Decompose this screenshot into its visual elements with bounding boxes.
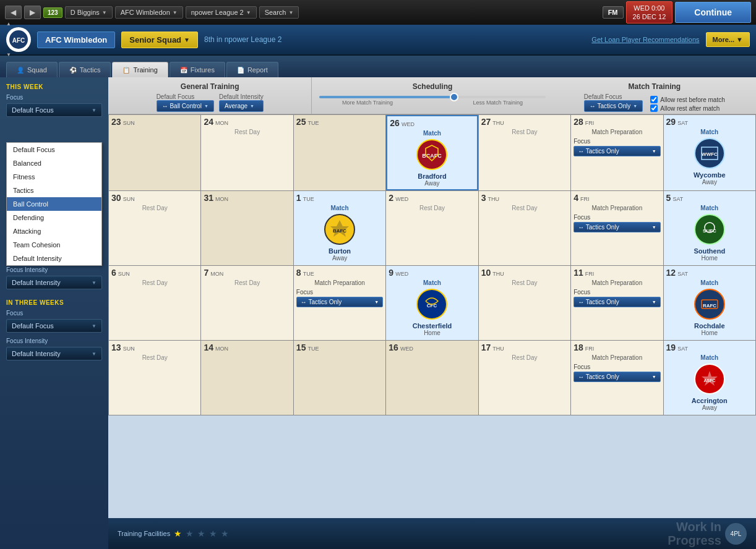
rest-day-label: Rest Day (481, 279, 568, 286)
calendar-day-1[interactable]: 1 TUE Match BAFC BurtonAway (294, 191, 385, 265)
intensity-dropdown-three-weeks[interactable]: Default Intensity ▼ (6, 347, 102, 360)
day-number: 31 (204, 193, 213, 203)
day-of-week: SUN (123, 196, 135, 202)
calendar-day-9[interactable]: 9 WED Match CFC ChesterfieldHome (386, 266, 478, 340)
calendar-day-29[interactable]: 29 SAT Match WWFC WycombeAway (664, 115, 755, 190)
fm-button[interactable]: FM (603, 6, 624, 19)
rest-after-checkbox[interactable] (650, 104, 658, 112)
focus-dropdown-cell[interactable]: ↔ Tactics Only ▼ (573, 146, 660, 156)
match-label: Match (390, 130, 474, 137)
manager-dropdown[interactable]: D Biggins▼ (65, 6, 113, 19)
calendar-day-17[interactable]: 17 THU Rest Day (479, 341, 570, 415)
tab-training[interactable]: 📋 Training (112, 62, 168, 77)
club-name-button[interactable]: AFC Wimbledon (37, 32, 115, 48)
star-2: ★ (186, 529, 194, 538)
calendar-day-30[interactable]: 30 SUN Rest Day (109, 191, 200, 265)
squad-button[interactable]: Senior Squad ▼ (121, 32, 198, 48)
day-number: 29 (666, 117, 676, 127)
loan-recommendations-link[interactable]: Get Loan Player Recommendations (591, 36, 699, 43)
calendar-day-31[interactable]: 31 MON (201, 191, 293, 265)
this-week-title: THIS WEEK (6, 83, 102, 90)
focus-dropdown-menu: Default Focus Balanced Fitness Tactics B… (6, 142, 102, 266)
day-of-week: WED (395, 271, 408, 277)
menu-item-default-intensity[interactable]: Default Intensity (7, 252, 101, 265)
calendar-day-26[interactable]: 26 WED Match BCAFC BradfordAway (386, 115, 478, 190)
calendar-day-28[interactable]: 28 FRI Match PreparationFocus ↔ Tactics … (571, 115, 663, 190)
menu-item-default-focus[interactable]: Default Focus (7, 143, 101, 156)
calendar-day-19[interactable]: 19 SAT Match ASFC AccringtonAway (664, 341, 755, 415)
less-match-label: Less Match Training (473, 100, 523, 106)
calendar-day-8[interactable]: 8 TUE Match PreparationFocus ↔ Tactics O… (294, 266, 385, 340)
continue-button[interactable]: Continue (675, 2, 751, 23)
focus-dropdown-cell[interactable]: ↔ Tactics Only ▼ (573, 372, 660, 382)
calendar-day-25[interactable]: 25 TUE (294, 115, 385, 190)
menu-item-fitness[interactable]: Fitness (7, 170, 101, 184)
calendar-day-15[interactable]: 15 TUE (294, 341, 385, 415)
calendar-day-11[interactable]: 11 FRI Match PreparationFocus ↔ Tactics … (571, 266, 663, 340)
tab-report[interactable]: 📄 Report (226, 62, 278, 77)
rest-day-label: Rest Day (481, 205, 568, 211)
menu-item-tactics[interactable]: Tactics (7, 184, 101, 197)
calendar-day-3[interactable]: 3 THU Rest Day (479, 191, 570, 265)
intensity-dropdown-two-weeks[interactable]: Default Intensity ▼ (6, 276, 102, 289)
rest-after-label: Allow rest after match (660, 105, 719, 112)
scheduling-slider[interactable] (319, 96, 545, 98)
calendar-day-18[interactable]: 18 FRI Match PreparationFocus ↔ Tactics … (571, 341, 663, 415)
calendar-day-13[interactable]: 13 SUN Rest Day (109, 341, 200, 415)
wip-logo: 4PL (725, 523, 747, 545)
calendar-day-27[interactable]: 27 THU Rest Day (479, 115, 570, 190)
menu-item-balanced[interactable]: Balanced (7, 156, 101, 170)
rest-before-checkbox[interactable] (650, 96, 658, 103)
calendar-day-24[interactable]: 24 MON Rest Day (201, 115, 293, 190)
day-of-week: SAT (677, 271, 688, 277)
day-of-week: TUE (307, 346, 319, 352)
fixtures-icon: 📅 (180, 67, 187, 74)
tab-tactics[interactable]: ⚽ Tactics (59, 62, 111, 77)
day-of-week: FRI (585, 271, 595, 277)
day-number: 11 (573, 268, 583, 278)
menu-item-ball-control[interactable]: Ball Control (7, 197, 101, 211)
calendar-day-5[interactable]: 5 SAT Match SUFC SouthendHome (664, 191, 755, 265)
day-number: 4 (573, 193, 578, 203)
day-number: 1 (296, 193, 301, 203)
menu-item-team-cohesion[interactable]: Team Cohesion (7, 238, 101, 252)
general-training-section: General Training Default Focus ↔ Ball Co… (108, 77, 312, 114)
calendar-day-23[interactable]: 23 SUN (109, 115, 200, 190)
forward-button[interactable]: ▶ (24, 6, 41, 19)
back-button[interactable]: ◀ (5, 6, 22, 19)
rest-day-label: Rest Day (481, 354, 568, 361)
tab-squad[interactable]: 👤 Squad (6, 62, 58, 77)
focus-label-this-week: Focus (6, 94, 102, 101)
calendar-day-7[interactable]: 7 MON Rest Day (201, 266, 293, 340)
focus-dropdown-this-week[interactable]: Default Focus ▼ (6, 103, 102, 117)
menu-item-attacking[interactable]: Attacking (7, 224, 101, 238)
calendar-day-6[interactable]: 6 SUN Rest Day (109, 266, 200, 340)
focus-dropdown-cell[interactable]: ↔ Tactics Only ▼ (296, 297, 383, 307)
match-team-logo: BCAFC (416, 139, 447, 170)
calendar-day-10[interactable]: 10 THU Rest Day (479, 266, 570, 340)
calendar-day-14[interactable]: 14 MON (201, 341, 293, 415)
more-button[interactable]: More... ▼ (706, 32, 750, 47)
calendar-day-16[interactable]: 16 WED (386, 341, 478, 415)
general-intensity-dropdown[interactable]: Average ▼ (219, 100, 264, 112)
focus-dropdown-cell[interactable]: ↔ Tactics Only ▼ (573, 222, 660, 232)
league-position: 8th in npower League 2 (204, 35, 281, 44)
day-of-week: SAT (677, 120, 688, 126)
calendar-day-4[interactable]: 4 FRI Match PreparationFocus ↔ Tactics O… (571, 191, 663, 265)
focus-dropdown-three-weeks[interactable]: Default Focus ▼ (6, 319, 102, 333)
tab-fixtures[interactable]: 📅 Fixtures (170, 62, 225, 77)
menu-item-defending[interactable]: Defending (7, 211, 101, 224)
match-prep-label: Match Preparation (573, 279, 660, 286)
general-focus-dropdown[interactable]: ↔ Ball Control ▼ (157, 100, 214, 112)
focus-dropdown-cell[interactable]: ↔ Tactics Only ▼ (573, 297, 660, 307)
day-of-week: THU (492, 346, 504, 352)
match-team-name: Bradford (390, 172, 474, 180)
calendar-day-12[interactable]: 12 SAT Match RAFC RochdaleHome (664, 266, 755, 340)
calendar-day-2[interactable]: 2 WED Rest Day (386, 191, 478, 265)
league-dropdown[interactable]: npower League 2▼ (186, 6, 257, 19)
notification-badge[interactable]: 123 (43, 7, 62, 18)
club-dropdown[interactable]: AFC Wimbledon▼ (115, 6, 183, 19)
search-button[interactable]: Search▼ (259, 6, 299, 19)
match-focus-dropdown[interactable]: ↔ Tactics Only ▼ (584, 100, 643, 112)
club-logo-nav[interactable]: ▲ AFC ▼ (6, 22, 31, 57)
